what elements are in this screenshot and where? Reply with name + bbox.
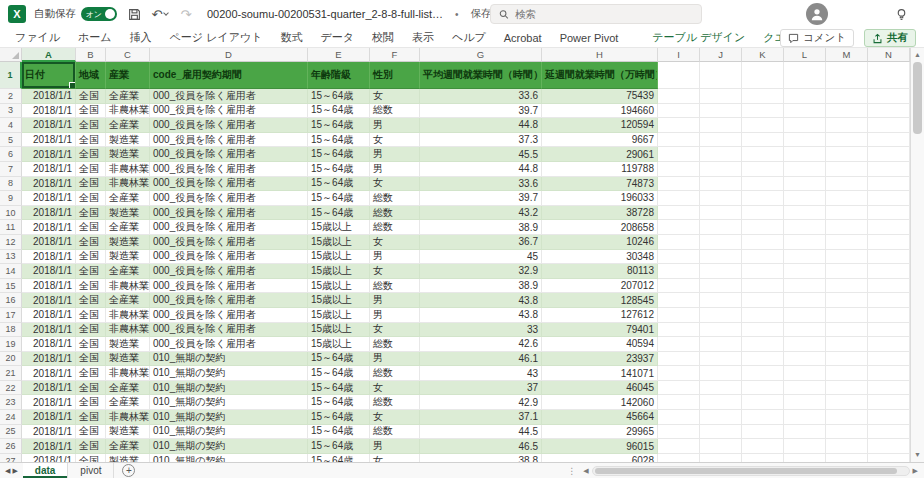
- cell-I21[interactable]: [658, 366, 700, 381]
- cell-E27[interactable]: 15～64歳: [308, 454, 370, 462]
- search-input[interactable]: [515, 8, 693, 20]
- cell-E13[interactable]: 15歳以上: [308, 250, 370, 265]
- cell-C18[interactable]: 非農林業: [106, 323, 150, 338]
- cell-D20[interactable]: 010_無期の契約: [150, 352, 308, 367]
- cell-K7[interactable]: [742, 162, 784, 177]
- cell-N5[interactable]: [868, 133, 910, 148]
- cell-A27[interactable]: 2018/1/1: [22, 454, 76, 462]
- cell-J8[interactable]: [700, 177, 742, 192]
- cell-B6[interactable]: 全国: [76, 147, 106, 162]
- row-header-5[interactable]: 5: [0, 133, 22, 148]
- cell-K23[interactable]: [742, 395, 784, 410]
- cell-H21[interactable]: 141071: [542, 366, 658, 381]
- cell-D3[interactable]: 000_役員を除く雇用者: [150, 104, 308, 119]
- cell-N10[interactable]: [868, 206, 910, 221]
- cell-M3[interactable]: [826, 104, 868, 119]
- cell-D13[interactable]: 000_役員を除く雇用者: [150, 250, 308, 265]
- row-header-8[interactable]: 8: [0, 177, 22, 192]
- cell-J26[interactable]: [700, 439, 742, 454]
- cell-C20[interactable]: 製造業: [106, 352, 150, 367]
- cell-F24[interactable]: 女: [370, 410, 420, 425]
- cell-M10[interactable]: [826, 206, 868, 221]
- cell-G5[interactable]: 37.3: [420, 133, 542, 148]
- cell-M21[interactable]: [826, 366, 868, 381]
- cell-C16[interactable]: 全産業: [106, 293, 150, 308]
- cell-J9[interactable]: [700, 191, 742, 206]
- cell-M4[interactable]: [826, 118, 868, 133]
- cell-H6[interactable]: 29061: [542, 147, 658, 162]
- row-header-4[interactable]: 4: [0, 118, 22, 133]
- cell-C27[interactable]: 製造業: [106, 454, 150, 462]
- cell-C23[interactable]: 全産業: [106, 395, 150, 410]
- redo-button[interactable]: ↷: [177, 5, 195, 23]
- cell-N3[interactable]: [868, 104, 910, 119]
- cell-G15[interactable]: 38.9: [420, 279, 542, 294]
- cell-F15[interactable]: 総数: [370, 279, 420, 294]
- cell-H4[interactable]: 120594: [542, 118, 658, 133]
- cell-D2[interactable]: 000_役員を除く雇用者: [150, 89, 308, 104]
- cell-L22[interactable]: [784, 381, 826, 396]
- cell-L27[interactable]: [784, 454, 826, 462]
- cell-M23[interactable]: [826, 395, 868, 410]
- cell-L21[interactable]: [784, 366, 826, 381]
- cell-I22[interactable]: [658, 381, 700, 396]
- cell-B17[interactable]: 全国: [76, 308, 106, 323]
- cell-C2[interactable]: 全産業: [106, 89, 150, 104]
- cell-N4[interactable]: [868, 118, 910, 133]
- cell-F21[interactable]: 総数: [370, 366, 420, 381]
- search-box[interactable]: [490, 4, 702, 24]
- cell-J14[interactable]: [700, 264, 742, 279]
- cell-B21[interactable]: 全国: [76, 366, 106, 381]
- cell-G14[interactable]: 32.9: [420, 264, 542, 279]
- save-button[interactable]: [125, 5, 143, 23]
- cell-E7[interactable]: 15～64歳: [308, 162, 370, 177]
- cell-M24[interactable]: [826, 410, 868, 425]
- cell-D16[interactable]: 000_役員を除く雇用者: [150, 293, 308, 308]
- cell-E26[interactable]: 15～64歳: [308, 439, 370, 454]
- cell-G7[interactable]: 44.8: [420, 162, 542, 177]
- cell-A2[interactable]: 2018/1/1: [22, 89, 76, 104]
- cell-N13[interactable]: [868, 250, 910, 265]
- cell-A24[interactable]: 2018/1/1: [22, 410, 76, 425]
- cell-N19[interactable]: [868, 337, 910, 352]
- cell-K4[interactable]: [742, 118, 784, 133]
- row-header-1[interactable]: 1: [0, 62, 22, 89]
- cell-A20[interactable]: 2018/1/1: [22, 352, 76, 367]
- cell-F3[interactable]: 総数: [370, 104, 420, 119]
- cell-M18[interactable]: [826, 323, 868, 338]
- cell-C12[interactable]: 製造業: [106, 235, 150, 250]
- cell-A17[interactable]: 2018/1/1: [22, 308, 76, 323]
- cell-K13[interactable]: [742, 250, 784, 265]
- ribbon-tab-acrobat[interactable]: Acrobat: [495, 28, 551, 48]
- column-header-C[interactable]: C: [106, 48, 150, 62]
- row-header-17[interactable]: 17: [0, 308, 22, 323]
- ribbon-tab-table-design[interactable]: テーブル デザイン: [643, 28, 754, 48]
- cell-L23[interactable]: [784, 395, 826, 410]
- cell-E24[interactable]: 15～64歳: [308, 410, 370, 425]
- cell-C21[interactable]: 非農林業: [106, 366, 150, 381]
- cell-G16[interactable]: 43.8: [420, 293, 542, 308]
- cell-G6[interactable]: 45.5: [420, 147, 542, 162]
- cell-E1[interactable]: 年齢階級: [308, 62, 370, 89]
- cell-D1[interactable]: code_雇用契約期間: [150, 62, 308, 89]
- column-header-J[interactable]: J: [700, 48, 742, 62]
- row-header-23[interactable]: 23: [0, 395, 22, 410]
- cell-K20[interactable]: [742, 352, 784, 367]
- row-header-9[interactable]: 9: [0, 191, 22, 206]
- cell-L17[interactable]: [784, 308, 826, 323]
- sheet-nav-right-icon[interactable]: ▶: [12, 467, 17, 475]
- cell-B25[interactable]: 全国: [76, 425, 106, 440]
- scroll-right-arrow-icon[interactable]: ▶: [913, 467, 918, 475]
- cell-A5[interactable]: 2018/1/1: [22, 133, 76, 148]
- cell-E4[interactable]: 15～64歳: [308, 118, 370, 133]
- cell-I20[interactable]: [658, 352, 700, 367]
- cell-B23[interactable]: 全国: [76, 395, 106, 410]
- column-header-D[interactable]: D: [150, 48, 308, 62]
- cell-E11[interactable]: 15歳以上: [308, 220, 370, 235]
- cell-I6[interactable]: [658, 147, 700, 162]
- cell-E14[interactable]: 15歳以上: [308, 264, 370, 279]
- cell-C9[interactable]: 全産業: [106, 191, 150, 206]
- cell-K5[interactable]: [742, 133, 784, 148]
- cell-D10[interactable]: 000_役員を除く雇用者: [150, 206, 308, 221]
- column-header-B[interactable]: B: [76, 48, 106, 62]
